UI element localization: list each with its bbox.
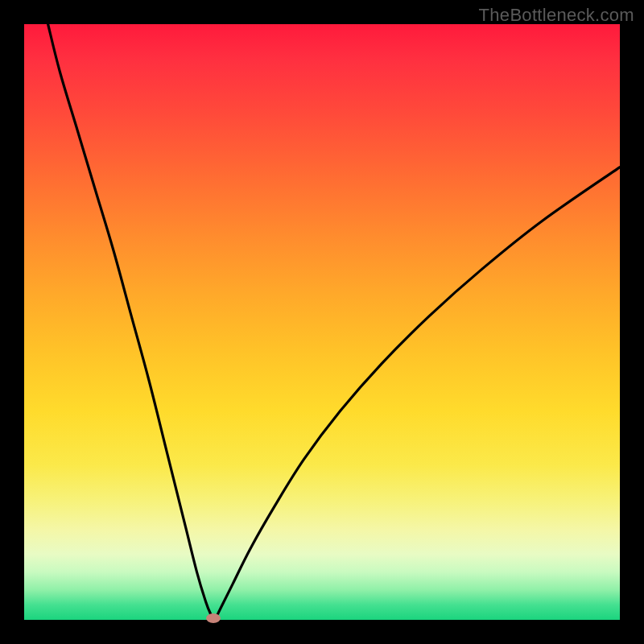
- bottleneck-minimum-marker: [206, 613, 221, 623]
- bottleneck-curve-path: [48, 24, 620, 621]
- chart-curve-layer: [24, 24, 620, 620]
- watermark-text: TheBottleneck.com: [479, 5, 634, 26]
- chart-plot-area: [24, 24, 620, 620]
